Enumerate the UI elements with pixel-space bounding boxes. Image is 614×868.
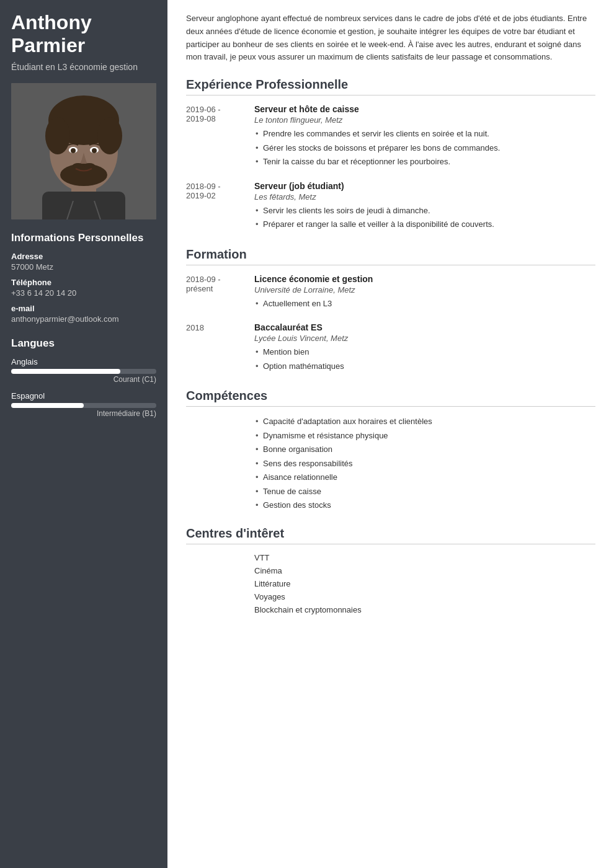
experience-org-2: Les fêtards, Metz	[254, 192, 595, 202]
interests-title: Centres d'intêret	[186, 526, 595, 544]
candidate-name: Anthony Parmier	[11, 11, 156, 57]
experience-entry-1: 2019-06 -2019-08 Serveur et hôte de cais…	[186, 104, 595, 170]
language-bar-bg-anglais	[11, 369, 156, 374]
bullet-item: Mention bien	[254, 346, 595, 358]
bullet-item: Prendre les commandes et servir les clie…	[254, 128, 595, 140]
language-level-espagnol: Intermédiaire (B1)	[11, 409, 156, 418]
bullet-item: Préparer et ranger la salle et veiller à…	[254, 218, 595, 231]
experience-title-2: Serveur (job étudiant)	[254, 181, 595, 191]
interests-section: Centres d'intêret VTT Cinéma Littérature…	[186, 526, 595, 614]
bullet-item: Sens des responsabilités	[254, 458, 595, 470]
interests-list: VTT Cinéma Littérature Voyages Blockchai…	[254, 553, 595, 614]
phone-value: +33 6 14 20 14 20	[11, 288, 156, 298]
formation-entry-1: 2018-09 -présent Licence économie et ges…	[186, 274, 595, 312]
svg-point-9	[97, 117, 122, 154]
interest-item: Voyages	[254, 592, 595, 601]
email-value: anthonyparmier@outlook.com	[11, 314, 156, 324]
bullet-item: Option mathématiques	[254, 360, 595, 373]
languages-title: Langues	[11, 337, 156, 350]
formation-section: Formation 2018-09 -présent Licence écono…	[186, 247, 595, 374]
interest-item: Littérature	[254, 579, 595, 588]
address-label: Adresse	[11, 252, 156, 261]
bullet-item: Capacité d'adaptation aux horaires et cl…	[254, 415, 595, 428]
language-bar-fill-espagnol	[11, 403, 84, 408]
formation-org-2: Lycée Louis Vincent, Metz	[254, 334, 595, 343]
bullet-item: Gérer les stocks de boissons et préparer…	[254, 142, 595, 154]
language-name-anglais: Anglais	[11, 357, 156, 366]
experience-org-1: Le tonton flingueur, Metz	[254, 115, 595, 125]
bullet-item: Servir les clients les soirs de jeudi à …	[254, 205, 595, 217]
language-level-anglais: Courant (C1)	[11, 375, 156, 384]
bullet-item: Tenue de caisse	[254, 485, 595, 498]
formation-date-1: 2018-09 -présent	[186, 274, 254, 312]
interest-item: Cinéma	[254, 566, 595, 575]
interest-item: VTT	[254, 553, 595, 562]
formation-title: Formation	[186, 247, 595, 265]
language-name-espagnol: Espagnol	[11, 391, 156, 401]
formation-title-1: Licence économie et gestion	[254, 274, 595, 284]
experience-title: Expérience Professionnelle	[186, 78, 595, 95]
experience-content-2: Serveur (job étudiant) Les fêtards, Metz…	[254, 181, 595, 232]
email-section: e-mail anthonyparmier@outlook.com	[11, 304, 156, 324]
experience-date-1: 2019-06 -2019-08	[186, 104, 254, 170]
language-anglais: Anglais Courant (C1)	[11, 357, 156, 384]
competences-title: Compétences	[186, 389, 595, 407]
svg-point-16	[84, 163, 95, 168]
svg-point-12	[71, 148, 76, 153]
experience-title-1: Serveur et hôte de caisse	[254, 104, 595, 114]
svg-point-13	[92, 148, 97, 153]
experience-bullets-1: Prendre les commandes et servir les clie…	[254, 128, 595, 168]
experience-date-2: 2018-09 -2019-02	[186, 181, 254, 232]
language-espagnol: Espagnol Intermédiaire (B1)	[11, 391, 156, 418]
language-bar-bg-espagnol	[11, 403, 156, 408]
bullet-item: Bonne organisation	[254, 443, 595, 456]
svg-point-8	[45, 117, 70, 154]
formation-bullets-2: Mention bien Option mathématiques	[254, 346, 595, 372]
bullet-item: Tenir la caisse du bar et réceptionner l…	[254, 156, 595, 168]
experience-entry-2: 2018-09 -2019-02 Serveur (job étudiant) …	[186, 181, 595, 232]
bullet-item: Aisance relationnelle	[254, 471, 595, 484]
sidebar: Anthony Parmier Étudiant en L3 économie …	[0, 0, 167, 868]
formation-title-2: Baccalauréat ES	[254, 322, 595, 332]
summary-text: Serveur anglophone ayant effectué de nom…	[186, 12, 595, 64]
main-content: Serveur anglophone ayant effectué de nom…	[167, 0, 614, 868]
svg-point-15	[73, 163, 84, 168]
candidate-subtitle: Étudiant en L3 économie gestion	[11, 62, 156, 72]
experience-bullets-2: Servir les clients les soirs de jeudi à …	[254, 205, 595, 231]
formation-bullets-1: Actuellement en L3	[254, 298, 595, 310]
competences-bullets: Capacité d'adaptation aux horaires et cl…	[254, 415, 595, 512]
bullet-item: Dynamisme et résistance physique	[254, 430, 595, 442]
phone-section: Téléphone +33 6 14 20 14 20	[11, 278, 156, 298]
formation-content-2: Baccalauréat ES Lycée Louis Vincent, Met…	[254, 322, 595, 374]
language-bar-fill-anglais	[11, 369, 120, 374]
competences-section: Compétences Capacité d'adaptation aux ho…	[186, 389, 595, 512]
address-section: Adresse 57000 Metz	[11, 252, 156, 272]
experience-content-1: Serveur et hôte de caisse Le tonton flin…	[254, 104, 595, 170]
personal-info-title: Informations Personnelles	[11, 232, 156, 244]
competences-list: Capacité d'adaptation aux horaires et cl…	[254, 415, 595, 512]
interest-item: Blockchain et cryptomonnaies	[254, 605, 595, 614]
formation-content-1: Licence économie et gestion Université d…	[254, 274, 595, 312]
formation-entry-2: 2018 Baccalauréat ES Lycée Louis Vincent…	[186, 322, 595, 374]
phone-label: Téléphone	[11, 278, 156, 287]
bullet-item: Gestion des stocks	[254, 499, 595, 512]
svg-rect-3	[42, 192, 125, 219]
formation-date-2: 2018	[186, 322, 254, 374]
experience-section: Expérience Professionnelle 2019-06 -2019…	[186, 78, 595, 232]
email-label: e-mail	[11, 304, 156, 313]
formation-org-1: Université de Lorraine, Metz	[254, 285, 595, 294]
address-value: 57000 Metz	[11, 262, 156, 272]
svg-point-14	[60, 164, 107, 186]
bullet-item: Actuellement en L3	[254, 298, 595, 310]
candidate-photo	[11, 83, 156, 219]
